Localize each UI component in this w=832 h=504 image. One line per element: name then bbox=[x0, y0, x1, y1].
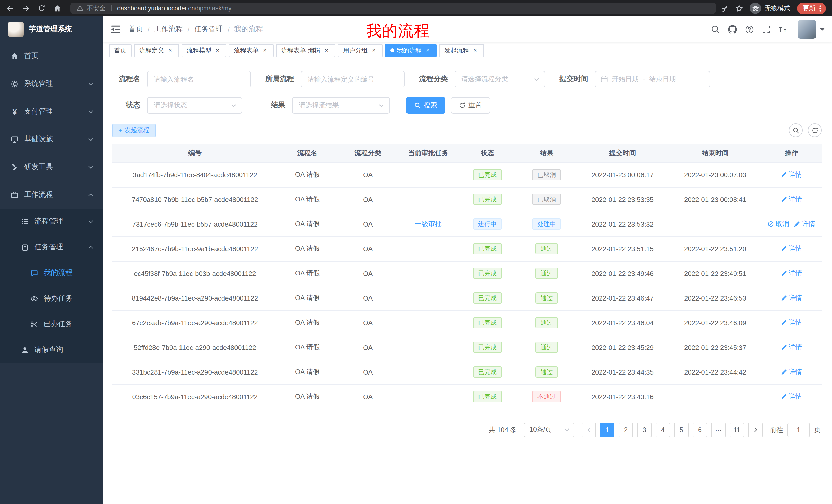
process-name-input[interactable] bbox=[147, 71, 251, 87]
more-pages-button[interactable]: ··· bbox=[711, 423, 726, 437]
cancel-link[interactable]: 取消 bbox=[768, 219, 789, 229]
cell-submit-time: 2022-01-22 23:45:29 bbox=[576, 335, 669, 360]
cell-submit-time: 2022-01-22 23:46:47 bbox=[576, 286, 669, 310]
breadcrumb-item[interactable]: 工作流程 bbox=[154, 25, 183, 34]
close-icon[interactable]: × bbox=[471, 47, 479, 54]
page-2-button[interactable]: 2 bbox=[619, 423, 633, 437]
page-size-select[interactable]: 10条/页 bbox=[524, 423, 574, 437]
tab-user-group[interactable]: 用户分组× bbox=[338, 44, 383, 57]
search-icon[interactable] bbox=[707, 25, 724, 34]
result-select[interactable]: 请选择流结果 bbox=[292, 97, 390, 114]
reset-button[interactable]: 重置 bbox=[451, 97, 490, 114]
tab-create-process[interactable]: 发起流程× bbox=[439, 44, 484, 57]
tab-process-form[interactable]: 流程表单× bbox=[229, 44, 274, 57]
cell-end-time: 2022-01-22 23:51:20 bbox=[669, 236, 761, 261]
avatar-caret-down-icon[interactable] bbox=[820, 28, 825, 31]
sidebar-item-leave-query[interactable]: 请假查询 bbox=[0, 337, 103, 363]
page-1-button[interactable]: 1 bbox=[600, 423, 615, 437]
sidebar-item-process-management[interactable]: 流程管理 bbox=[0, 208, 103, 234]
tab-home[interactable]: 首页 bbox=[109, 44, 132, 57]
toggle-search-button[interactable] bbox=[789, 123, 803, 137]
tab-process-model[interactable]: 流程模型× bbox=[182, 44, 226, 57]
detail-link[interactable]: 详情 bbox=[794, 219, 815, 229]
detail-link[interactable]: 详情 bbox=[781, 244, 802, 253]
page-6-button[interactable]: 6 bbox=[693, 423, 707, 437]
browser-menu-dots-icon[interactable] bbox=[819, 5, 821, 11]
result-badge: 不通过 bbox=[532, 391, 561, 402]
sidebar-item-dev-tools[interactable]: 研发工具 bbox=[0, 153, 103, 181]
next-page-button[interactable] bbox=[748, 423, 762, 437]
forward-icon[interactable] bbox=[22, 4, 30, 12]
cell-end-time: 2022-01-22 23:46:09 bbox=[669, 310, 761, 335]
category-select[interactable]: 请选择流程分类 bbox=[454, 71, 545, 87]
cell-current-task bbox=[399, 236, 458, 261]
task-link[interactable]: 一级审批 bbox=[415, 219, 442, 229]
sidebar-item-my-process[interactable]: 我的流程 bbox=[0, 260, 103, 286]
github-icon[interactable] bbox=[724, 25, 741, 34]
detail-link[interactable]: 详情 bbox=[781, 170, 802, 179]
url-bar[interactable]: 不安全 dashboard.yudao.iocoder.cn /bpm/task… bbox=[71, 3, 716, 14]
sidebar-item-infrastructure[interactable]: 基础设施 bbox=[0, 125, 103, 153]
sidebar-item-done-tasks[interactable]: 已办任务 bbox=[0, 311, 103, 337]
update-button[interactable]: 更新 bbox=[797, 2, 826, 14]
app-logo bbox=[8, 22, 24, 37]
sidebar-item-todo-tasks[interactable]: 待办任务 bbox=[0, 286, 103, 311]
bookmark-star-icon[interactable] bbox=[735, 4, 743, 12]
breadcrumb-item[interactable]: 首页 bbox=[129, 25, 143, 34]
page-body: 流程名 所属流程 流程分类 请选择流程分类 bbox=[103, 59, 832, 504]
close-icon[interactable]: × bbox=[323, 47, 330, 54]
tab-process-form-edit[interactable]: 流程表单-编辑× bbox=[276, 44, 335, 57]
breadcrumb-item[interactable]: 我的流程 bbox=[234, 25, 263, 34]
close-icon[interactable]: × bbox=[261, 47, 268, 54]
jump-suffix: 页 bbox=[814, 425, 821, 435]
font-size-icon[interactable]: TT bbox=[774, 25, 792, 33]
detail-link[interactable]: 详情 bbox=[781, 293, 802, 303]
cell-status: 已完成 bbox=[458, 360, 517, 384]
fullscreen-icon[interactable] bbox=[758, 25, 774, 33]
chevron-down-icon bbox=[88, 137, 94, 141]
sidebar-item-task-management[interactable]: 任务管理 bbox=[0, 234, 103, 260]
submit-time-range-picker[interactable]: 开始日期 - 结束日期 bbox=[595, 71, 710, 87]
cell-actions: 详情 bbox=[761, 162, 822, 187]
page-5-button[interactable]: 5 bbox=[674, 423, 688, 437]
detail-link[interactable]: 详情 bbox=[781, 343, 802, 352]
search-button[interactable]: 搜索 bbox=[406, 97, 445, 114]
close-icon[interactable]: × bbox=[166, 47, 174, 54]
status-select[interactable]: 请选择状态 bbox=[147, 97, 242, 114]
logo-row[interactable]: 芋道管理系统 bbox=[0, 17, 103, 42]
cell-actions: 详情 bbox=[761, 384, 822, 409]
help-question-icon[interactable] bbox=[741, 25, 758, 34]
cell-end-time: 2022-01-22 23:46:53 bbox=[669, 286, 761, 310]
key-icon[interactable] bbox=[721, 4, 729, 12]
close-icon[interactable]: × bbox=[424, 47, 432, 54]
detail-link[interactable]: 详情 bbox=[781, 318, 802, 327]
breadcrumb-item[interactable]: 任务管理 bbox=[194, 25, 223, 34]
prev-page-button[interactable] bbox=[581, 423, 596, 437]
close-icon[interactable]: × bbox=[370, 47, 378, 54]
sidebar-item-workflow[interactable]: 工作流程 bbox=[0, 181, 103, 208]
reload-icon[interactable] bbox=[38, 5, 45, 12]
refresh-table-button[interactable] bbox=[808, 123, 822, 137]
tab-my-process[interactable]: 我的流程× bbox=[385, 44, 437, 57]
tab-process-definition[interactable]: 流程定义× bbox=[134, 44, 179, 57]
detail-link[interactable]: 详情 bbox=[781, 195, 802, 204]
create-process-button[interactable]: + 发起流程 bbox=[112, 123, 156, 137]
detail-link[interactable]: 详情 bbox=[781, 392, 802, 401]
page-3-button[interactable]: 3 bbox=[637, 423, 651, 437]
page-4-button[interactable]: 4 bbox=[656, 423, 670, 437]
back-icon[interactable] bbox=[6, 4, 14, 12]
tab-label: 流程模型 bbox=[187, 46, 211, 55]
close-icon[interactable]: × bbox=[214, 47, 221, 54]
sidebar-item-home[interactable]: 首页 bbox=[0, 42, 103, 70]
sidebar-item-system-management[interactable]: 系统管理 bbox=[0, 70, 103, 97]
page-11-button[interactable]: 11 bbox=[730, 423, 744, 437]
owner-process-input[interactable] bbox=[301, 71, 405, 87]
browser-home-icon[interactable] bbox=[53, 4, 61, 12]
detail-link[interactable]: 详情 bbox=[781, 269, 802, 278]
avatar[interactable] bbox=[798, 20, 816, 38]
sidebar-fold-icon[interactable] bbox=[103, 25, 129, 33]
detail-link[interactable]: 详情 bbox=[781, 367, 802, 376]
sidebar-item-payment-management[interactable]: ¥支付管理 bbox=[0, 97, 103, 125]
table-row: 67c2eaab-7b9a-11ec-a290-acde48001122OA 请… bbox=[112, 310, 822, 335]
jump-page-input[interactable] bbox=[787, 423, 810, 437]
